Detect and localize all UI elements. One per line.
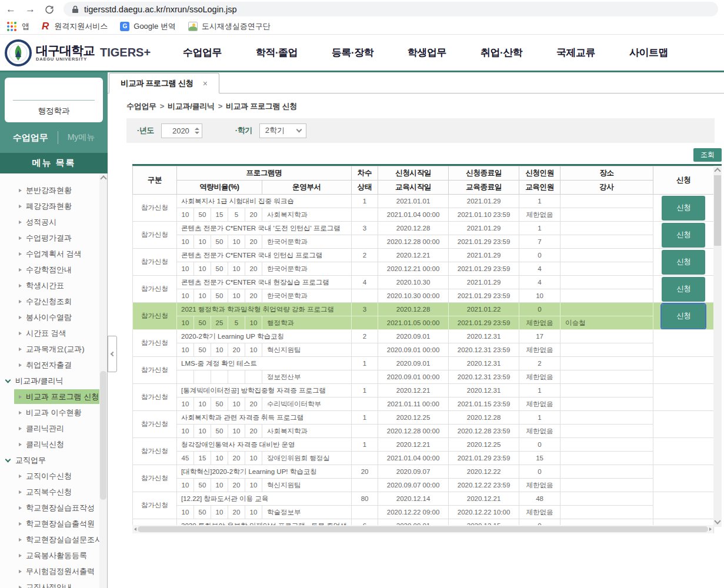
menu-scrollbar[interactable]	[99, 173, 107, 588]
menu-item-2[interactable]: 성적공시	[0, 215, 107, 229]
menu-item-11[interactable]: 취업전자출결	[0, 358, 107, 372]
nav-item-2[interactable]: 등록·장학	[332, 46, 373, 59]
cell-program-name[interactable]: [통계빅데이터전공] 방학집중형 자격증 프로그램	[177, 384, 352, 397]
cell-program-name[interactable]: 청각장애인통역사 자격증 대비반 운영	[177, 438, 352, 452]
col-status: 상태	[352, 181, 378, 195]
cell-ratio: 10	[177, 235, 194, 249]
menu-item-17[interactable]: 교직업무	[0, 453, 107, 467]
bookmark-urban-lab[interactable]: 도시재생실증연구단	[202, 21, 271, 32]
table-scroll-down-icon[interactable]	[714, 517, 720, 524]
apply-button-row-2[interactable]: 신청	[662, 250, 705, 275]
cell-program-name[interactable]: 사회복지사 1급 시험대비 집중 워크숍	[177, 195, 352, 208]
menu-item-21[interactable]: 학교현장실습출석원	[0, 516, 107, 531]
nav-item-3[interactable]: 학생업무	[408, 46, 446, 59]
menu-item-16[interactable]: 클리닉신청	[0, 437, 107, 452]
triangle-right-icon	[19, 490, 22, 494]
nav-item-1[interactable]: 학적·졸업	[256, 46, 298, 59]
apply-button-row-1[interactable]: 신청	[662, 223, 705, 248]
cell-dept: 한국어문학과	[262, 235, 352, 249]
year-spinner[interactable]: 2020	[161, 123, 202, 138]
menu-item-7[interactable]: 수강신청조회	[0, 294, 107, 309]
spinner-arrows-icon[interactable]	[192, 128, 202, 134]
cell-category: 참가신청	[133, 384, 177, 411]
menu-item-22[interactable]: 학교현장실습설문조사	[0, 532, 107, 547]
menu-item-14[interactable]: 비교과 이수현황	[0, 405, 107, 420]
nav-item-6[interactable]: 사이트맵	[629, 46, 668, 59]
cell-program-name[interactable]: 콘텐츠 전문가 C*ENTER 국내 인턴십 프로그램	[177, 249, 352, 262]
menu-item-5[interactable]: 수강학점안내	[0, 262, 107, 277]
semester-select[interactable]: 2학기	[259, 123, 306, 138]
cell-apply-action	[653, 438, 714, 465]
nav-item-5[interactable]: 국제교류	[556, 46, 595, 59]
cell-ratio: 20	[245, 397, 262, 411]
breadcrumb-part-2[interactable]: 비교과 프로그램 신청	[226, 102, 297, 111]
cell-program-name[interactable]: LMS-줌 계정 확인 테스트	[177, 357, 352, 370]
forward-icon[interactable]: →	[25, 4, 35, 14]
menu-item-18[interactable]: 교직이수신청	[0, 469, 107, 483]
apply-button-row-0[interactable]: 신청	[662, 196, 705, 220]
breadcrumb-part-0[interactable]: 수업업무	[126, 102, 156, 111]
menu-item-23[interactable]: 교육봉사활동등록	[0, 548, 107, 563]
apps-grid-icon[interactable]	[7, 22, 16, 31]
menu-item-15[interactable]: 클리닉관리	[0, 421, 107, 436]
tab-program-apply[interactable]: 비교과 프로그램 신청 ×	[109, 73, 219, 93]
bookmark-apps[interactable]: 앱	[22, 21, 29, 32]
table-vertical-scrollbar[interactable]	[713, 166, 722, 527]
menu-item-9[interactable]: 시간표 검색	[0, 326, 107, 340]
cell-ratio: 10	[194, 397, 211, 411]
cell-status	[352, 506, 378, 519]
nav-item-0[interactable]: 수업업무	[183, 46, 222, 59]
reload-icon[interactable]	[45, 5, 54, 14]
sidebar-collapse-handle[interactable]	[108, 336, 117, 372]
university-emblem-icon	[5, 39, 32, 66]
scroll-right-icon[interactable]	[709, 527, 712, 531]
cell-program-name[interactable]: 2021 행정학과 학과밀착형 취업역량 강화 프로그램	[177, 303, 352, 316]
semester-label: ·학기	[235, 125, 252, 136]
university-logo[interactable]: 대구대학교 DAEGU UNIVERSITY TIGERS+	[5, 39, 162, 66]
menu-item-13[interactable]: 비교과 프로그램 신청	[14, 389, 100, 404]
menu-item-0[interactable]: 분반강좌현황	[0, 183, 107, 198]
sidebar-tab-my-menu[interactable]: My메뉴	[58, 132, 105, 143]
menu-item-10[interactable]: 교과목개요(교과)	[0, 342, 107, 356]
table-row: 참가신청[대학혁신]2020-2학기 Learning UP! 학습코칭2020…	[133, 465, 714, 479]
cell-dept: 사회복지학과	[262, 425, 352, 438]
cell-edu-start: 2020.12.28 00:00	[378, 235, 449, 249]
cell-ratio: 10	[177, 289, 194, 303]
tab-close-icon[interactable]: ×	[203, 79, 208, 88]
menu-item-20[interactable]: 학교현장실습표작성	[0, 500, 107, 515]
cell-edu-capacity: 제한없음	[519, 425, 560, 438]
menu-item-19[interactable]: 교직복수신청	[0, 485, 107, 499]
scroll-left-icon[interactable]	[134, 527, 136, 531]
menu-item-4[interactable]: 수업계획서 검색	[0, 246, 107, 261]
google-translate-icon: G	[120, 22, 129, 31]
menu-item-1[interactable]: 폐강강좌현황	[0, 199, 107, 213]
cell-ratio: 50	[194, 316, 211, 330]
bookmark-google-translate[interactable]: Google 번역	[134, 21, 176, 32]
bookmark-remote-support[interactable]: 원격지원서비스	[54, 21, 108, 32]
cell-program-name[interactable]: 사회복지학과 관련 자격증 취득 프로그램	[177, 411, 352, 425]
menu-item-24[interactable]: 무시험검정원서출력	[0, 564, 107, 579]
menu-item-12[interactable]: 비교과/클리닉	[0, 373, 107, 388]
apply-button-row-4[interactable]: 신청	[662, 304, 705, 329]
table-row-sub: 정보전산부2020.09.01 00:002020.12.31 23:59제한없…	[133, 370, 714, 384]
nav-item-4[interactable]: 취업·산학	[481, 46, 522, 59]
cell-program-name[interactable]: 콘텐츠 전문가 C*ENTER 국내 현장실습 프로그램	[177, 276, 352, 289]
cell-program-name[interactable]: 2020-2학기 Learning UP 학습코칭	[177, 330, 352, 343]
cell-program-name[interactable]: 콘텐츠 전문가 C*ENTER 국내 '도전 인턴십' 프로그램	[177, 222, 352, 235]
menu-item-3[interactable]: 수업평가결과	[0, 230, 107, 245]
cell-program-name[interactable]: [대학혁신]2020-2학기 Learning UP! 학습코칭	[177, 465, 352, 479]
menu-item-8[interactable]: 봉사이수열람	[0, 310, 107, 325]
back-icon[interactable]: ←	[6, 4, 16, 14]
search-button[interactable]: 조회	[693, 148, 722, 162]
menu-scroll-up-icon[interactable]	[100, 175, 106, 182]
cell-program-name[interactable]: [12.22] 창파도서관 이용 교육	[177, 492, 352, 506]
address-bar[interactable]: tigersstd.daegu.ac.kr/nxrun/ssoLogin.jsp	[64, 2, 718, 16]
breadcrumb-part-1[interactable]: 비교과/클리닉	[168, 102, 215, 111]
menu-item-25[interactable]: 교직사정안내	[0, 580, 107, 588]
table-horizontal-scrollbar[interactable]	[132, 525, 713, 533]
cell-apply-action	[653, 492, 714, 519]
sidebar-tab-class-work[interactable]: 수업업무	[4, 132, 58, 143]
table-scroll-up-icon[interactable]	[714, 168, 720, 174]
apply-button-row-3[interactable]: 신청	[662, 277, 705, 302]
menu-item-6[interactable]: 학생시간표	[0, 278, 107, 293]
